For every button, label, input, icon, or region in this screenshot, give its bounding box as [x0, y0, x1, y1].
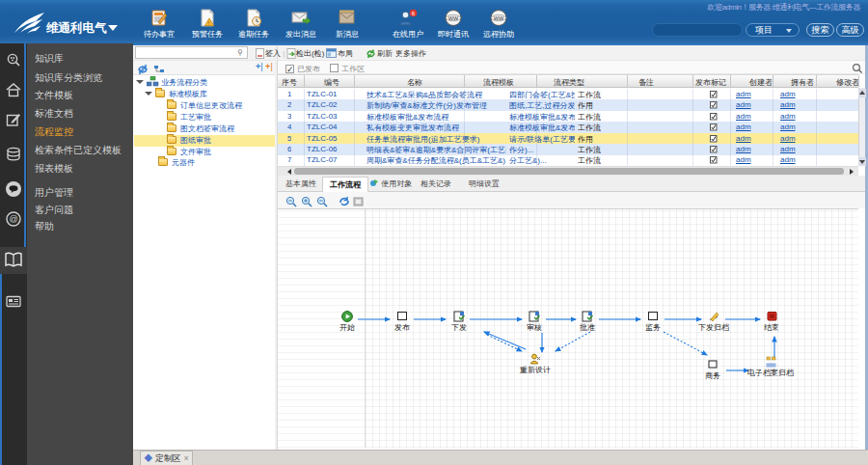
svg-text:WW: WW — [494, 15, 504, 21]
svg-text:WW: WW — [448, 15, 459, 21]
svg-text:@: @ — [9, 214, 17, 224]
